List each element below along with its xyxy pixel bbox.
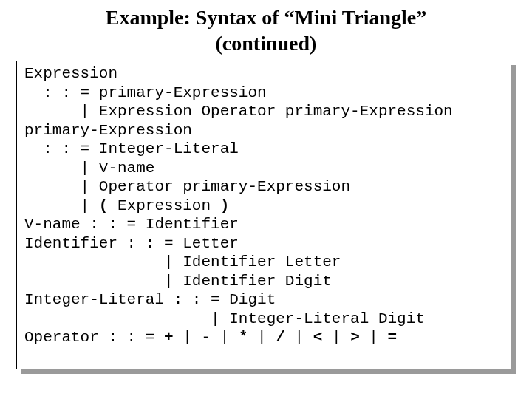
op-lead: Operator : : = <box>24 329 164 346</box>
sep-2: | <box>211 329 239 346</box>
line-10: Identifier : : = Letter <box>24 235 239 252</box>
grammar-code: Expression : : = primary-Expression | Ex… <box>24 64 503 347</box>
grammar-box: Expression : : = primary-Expression | Ex… <box>16 61 511 369</box>
line-5: : : = Integer-Literal <box>24 140 239 157</box>
line-14: | Integer-Literal Digit <box>24 310 425 327</box>
line-8b: Expression <box>108 197 219 214</box>
line-11: | Identifier Letter <box>24 253 341 270</box>
op-minus: - <box>201 329 211 346</box>
line-1: Expression <box>24 65 117 82</box>
op-eq: = <box>388 329 398 346</box>
op-star: * <box>239 329 248 346</box>
line-4: primary-Expression <box>24 122 192 139</box>
op-gt: > <box>350 329 360 346</box>
line-6: | V-name <box>24 160 154 177</box>
op-lt: < <box>313 329 323 346</box>
op-plus: + <box>164 329 174 346</box>
sep-4: | <box>285 329 313 346</box>
lparen-bold: ( <box>99 197 109 214</box>
title-line-1: Example: Syntax of “Mini Triangle” <box>106 6 427 29</box>
slide: Example: Syntax of “Mini Triangle” (cont… <box>0 0 532 399</box>
op-slash: / <box>276 329 285 346</box>
grammar-box-wrap: Expression : : = primary-Expression | Ex… <box>16 61 516 374</box>
line-12: | Identifier Digit <box>24 273 332 290</box>
sep-5: | <box>322 329 350 346</box>
slide-title: Example: Syntax of “Mini Triangle” (cont… <box>0 0 532 56</box>
sep-1: | <box>174 329 202 346</box>
line-13: Integer-Literal : : = Digit <box>24 291 276 308</box>
line-3: | Expression Operator primary-Expression <box>24 103 453 120</box>
rparen-bold: ) <box>220 197 230 214</box>
title-line-2: (continued) <box>216 32 317 55</box>
sep-6: | <box>360 329 388 346</box>
line-2: : : = primary-Expression <box>24 84 267 101</box>
line-9: V-name : : = Identifier <box>24 216 239 233</box>
sep-3: | <box>248 329 276 346</box>
line-7: | Operator primary-Expression <box>24 178 350 195</box>
line-8a: | <box>24 197 99 214</box>
